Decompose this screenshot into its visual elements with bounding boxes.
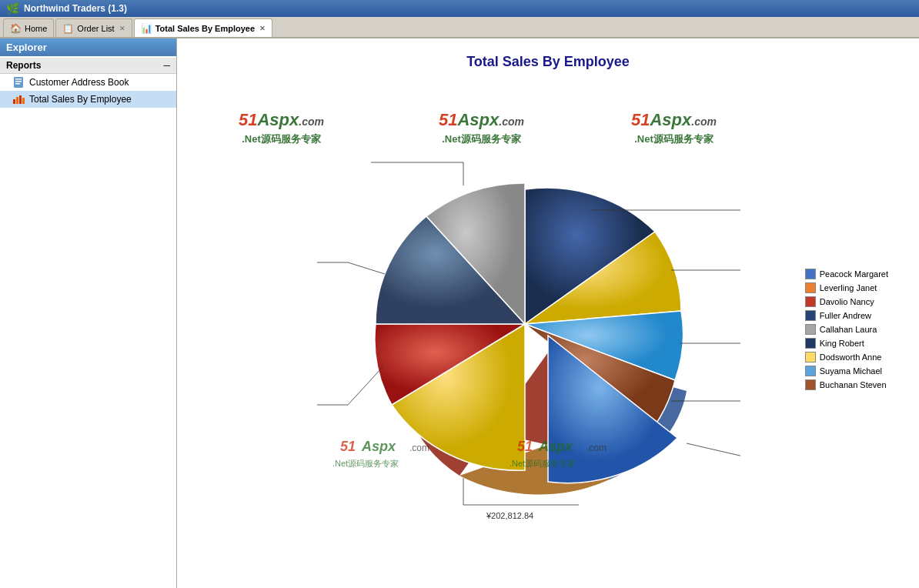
legend-color-davolio <box>805 296 816 307</box>
svg-rect-4 <box>13 99 15 104</box>
svg-text:51: 51 <box>517 439 533 454</box>
wm-svg-1: 51 <box>340 439 356 454</box>
svg-rect-2 <box>15 81 22 82</box>
reports-label: Reports <box>6 60 41 71</box>
sidebar-header: Explorer <box>0 38 176 56</box>
title-bar: 🌿 Northwind Traders (1.3) <box>0 0 919 17</box>
svg-rect-5 <box>16 97 18 104</box>
total-sales-label: Total Sales By Employee <box>29 94 132 105</box>
collapse-icon[interactable]: ─ <box>163 60 170 71</box>
svg-text:.Net源码服务专家: .Net源码服务专家 <box>510 459 576 468</box>
sidebar-item-total-sales[interactable]: Total Sales By Employee <box>0 91 176 108</box>
chart-container: Total Sales By Employee 51Aspx.com .Net源… <box>177 38 919 588</box>
legend-item-buchanan: Buchanan Steven <box>805 379 888 390</box>
svg-text:.com: .com <box>586 443 607 453</box>
sidebar-section-reports: Reports ─ Customer Address Book <box>0 56 176 109</box>
legend-item-leverling: Leverling Janet <box>805 282 888 293</box>
svg-line-12 <box>687 443 740 466</box>
main-layout: Explorer Reports ─ Customer Address Book <box>0 38 919 588</box>
svg-text:Aspx: Aspx <box>538 439 573 454</box>
legend-label-king: King Robert <box>820 339 864 348</box>
tab-orderlist-label: Order List <box>77 24 114 33</box>
svg-line-18 <box>348 262 385 274</box>
svg-text:.com: .com <box>409 443 429 453</box>
legend-label-fuller: Fuller Andrew <box>820 311 871 320</box>
svg-rect-6 <box>19 95 22 104</box>
legend-item-callahan: Callahan Laura <box>805 324 888 335</box>
bar-chart-icon <box>12 93 25 105</box>
legend-color-dodsworth <box>805 352 816 362</box>
legend-color-leverling <box>805 282 816 293</box>
home-icon: 🏠 <box>10 23 22 34</box>
tab-home[interactable]: 🏠 Home <box>3 18 54 37</box>
legend-label-leverling: Leverling Janet <box>820 283 877 292</box>
sidebar-title: Explorer <box>6 42 47 53</box>
legend-label-davolio: Davolio Nancy <box>820 297 874 306</box>
svg-text:.Net源码服务专家: .Net源码服务专家 <box>333 459 399 468</box>
legend-color-buchanan <box>805 379 816 390</box>
legend-color-suyama <box>805 366 816 376</box>
legend-item-king: King Robert <box>805 338 888 349</box>
legend-item-fuller: Fuller Andrew <box>805 310 888 321</box>
pie-chart-wrapper: ¥124,568.24 ¥77,308.07 ¥73,913.13 ¥68,79… <box>309 128 740 530</box>
book-icon <box>12 76 25 89</box>
orderlist-icon: 📋 <box>62 23 74 34</box>
svg-rect-7 <box>22 98 25 104</box>
app-title: Northwind Traders (1.3) <box>24 3 127 14</box>
chart-icon: 📊 <box>141 23 152 34</box>
tab-bar: 🏠 Home 📋 Order List ✕ 📊 Total Sales By E… <box>0 17 919 38</box>
label-leverling: ¥202,812.84 <box>486 511 533 520</box>
legend-label-suyama: Suyama Michael <box>820 366 882 376</box>
tab-order-list[interactable]: 📋 Order List ✕ <box>55 18 132 37</box>
chart-title: Total Sales By Employee <box>466 54 630 70</box>
tab-orderlist-close[interactable]: ✕ <box>119 25 125 32</box>
legend-label-callahan: Callahan Laura <box>820 325 877 334</box>
customer-address-book-label: Customer Address Book <box>29 77 129 88</box>
reports-section-header[interactable]: Reports ─ <box>0 58 176 74</box>
svg-line-16 <box>348 366 383 405</box>
legend-item-davolio: Davolio Nancy <box>805 296 888 307</box>
tab-totalsales-label: Total Sales By Employee <box>155 24 255 33</box>
svg-rect-3 <box>15 83 20 85</box>
legend: Peacock Margaret Leverling Janet Davolio… <box>805 269 888 390</box>
legend-item-peacock: Peacock Margaret <box>805 269 888 279</box>
tab-home-label: Home <box>25 24 47 33</box>
tab-totalsales-close[interactable]: ✕ <box>259 25 266 32</box>
legend-color-callahan <box>805 324 816 335</box>
legend-label-dodsworth: Dodsworth Anne <box>820 352 882 362</box>
pie-chart-svg: ¥124,568.24 ¥77,308.07 ¥73,913.13 ¥68,79… <box>309 128 740 528</box>
tab-total-sales[interactable]: 📊 Total Sales By Employee ✕ <box>134 18 272 37</box>
legend-color-king <box>805 338 816 349</box>
legend-color-peacock <box>805 269 816 279</box>
legend-item-suyama: Suyama Michael <box>805 366 888 376</box>
content-area: Total Sales By Employee 51Aspx.com .Net源… <box>177 38 919 588</box>
legend-label-peacock: Peacock Margaret <box>820 269 888 279</box>
sidebar-item-customer-address-book[interactable]: Customer Address Book <box>0 74 176 91</box>
sidebar: Explorer Reports ─ Customer Address Book <box>0 38 177 588</box>
legend-color-fuller <box>805 310 816 321</box>
app-icon: 🌿 <box>6 2 19 15</box>
chart-body: 51Aspx.com .Net源码服务专家 51Aspx.com .Net源码服… <box>192 85 904 573</box>
legend-item-dodsworth: Dodsworth Anne <box>805 352 888 362</box>
svg-rect-1 <box>15 79 22 80</box>
svg-text:Aspx: Aspx <box>361 439 396 454</box>
legend-label-buchanan: Buchanan Steven <box>820 380 887 389</box>
